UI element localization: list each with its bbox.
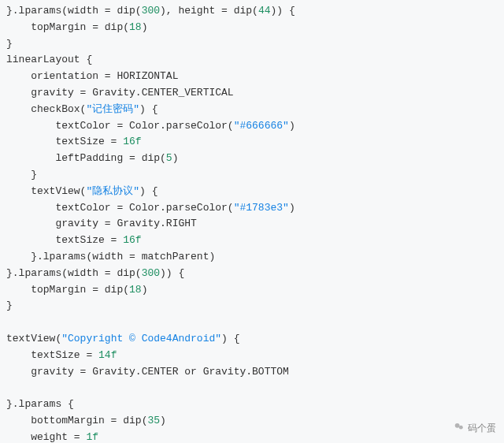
code-line: textView("Copyright © Code4Android") { xyxy=(6,333,239,344)
code-line: topMargin = dip(18) xyxy=(6,21,147,33)
code-line: }.lparams { xyxy=(6,398,74,410)
code-line: gravity = Gravity.RIGHT xyxy=(6,218,197,229)
watermark: 码个蛋 xyxy=(454,421,496,437)
wechat-icon xyxy=(454,421,465,437)
code-line: weight = 1f xyxy=(6,431,98,443)
code-line: textView("隐私协议") { xyxy=(6,185,158,197)
code-line: }.lparams(width = dip(300)) { xyxy=(6,267,184,279)
watermark-label: 码个蛋 xyxy=(468,421,496,436)
code-line: linearLayout { xyxy=(6,54,92,65)
code-line: checkBox("记住密码") { xyxy=(6,103,158,115)
code-line: topMargin = dip(18) xyxy=(6,284,147,296)
code-line: } xyxy=(6,169,37,181)
code-line: textSize = 16f xyxy=(6,234,142,246)
code-line: orientation = HORIZONTAL xyxy=(6,70,178,82)
code-line: leftPadding = dip(5) xyxy=(6,152,178,164)
code-block: }.lparams(width = dip(300), height = dip… xyxy=(0,0,504,443)
code-line: }.lparams(width = dip(300), height = dip… xyxy=(6,5,295,17)
code-line: } xyxy=(6,38,13,50)
code-line: textSize = 14f xyxy=(6,349,117,361)
code-line: gravity = Gravity.CENTER_VERTICAL xyxy=(6,87,234,99)
svg-point-0 xyxy=(455,423,460,428)
code-line: textColor = Color.parseColor("#666666") xyxy=(6,120,295,132)
code-line: gravity = Gravity.CENTER or Gravity.BOTT… xyxy=(6,366,289,378)
code-line: textSize = 16f xyxy=(6,136,142,147)
svg-point-1 xyxy=(459,426,463,430)
code-line: } xyxy=(6,300,13,311)
code-line: bottomMargin = dip(35) xyxy=(6,415,166,426)
code-line: textColor = Color.parseColor("#1783e3") xyxy=(6,202,295,214)
code-line: }.lparams(width = matchParent) xyxy=(6,251,215,262)
